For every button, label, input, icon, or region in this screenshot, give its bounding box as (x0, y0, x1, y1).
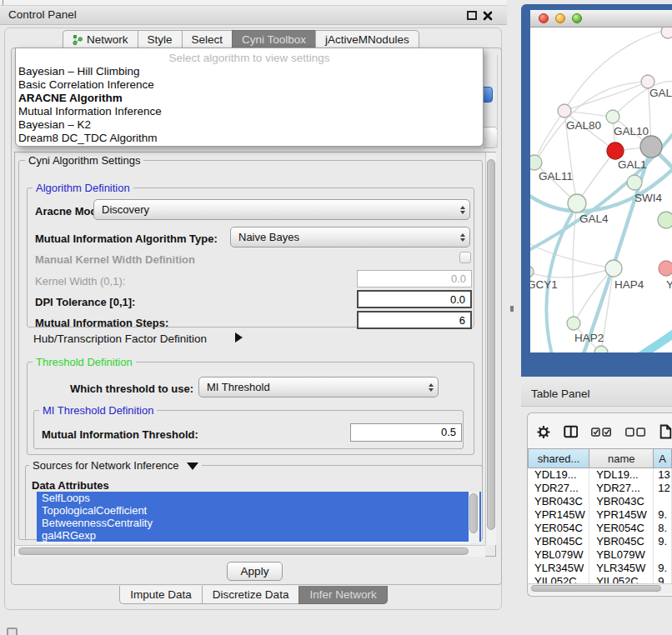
tab-discretize-data[interactable]: Discretize Data (202, 586, 299, 604)
network-node[interactable] (640, 136, 662, 158)
column-header-3[interactable]: A (654, 448, 672, 468)
mi-algorithm-type-combobox[interactable]: Naive Bayes (230, 227, 470, 248)
table-cell: YBR043C (589, 495, 654, 508)
mi-threshold-field[interactable]: 0.5 (350, 423, 462, 442)
network-window-titlebar[interactable] (530, 10, 672, 28)
network-node[interactable] (568, 194, 586, 212)
table-cell: YDL19... (528, 468, 589, 482)
combo-stepper-icon (455, 228, 469, 247)
columns-icon[interactable] (564, 424, 578, 439)
close-panel-icon[interactable] (483, 11, 493, 20)
dpi-tolerance-field[interactable]: 0.0 (357, 290, 472, 308)
table-row[interactable]: YBR045CYBR045C9. (528, 535, 672, 548)
collapse-arrow-icon[interactable] (187, 462, 198, 470)
mi-steps-field[interactable]: 6 (357, 311, 472, 329)
unchecked-boxes-icon[interactable] (625, 427, 646, 438)
checked-boxes-icon[interactable] (591, 427, 612, 438)
data-attributes-list[interactable]: SelfLoopsTopologicalCoefficientBetweenne… (37, 492, 481, 543)
close-window-icon[interactable] (539, 13, 549, 23)
settings-vertical-scrollbar-thumb[interactable] (487, 159, 495, 530)
algorithm-option[interactable]: ARACNE Algorithm (16, 92, 483, 105)
network-node[interactable] (605, 260, 622, 277)
data-attribute-item[interactable]: TopologicalCoefficient (37, 504, 481, 517)
settings-vertical-scrollbar[interactable] (485, 152, 496, 545)
table-cell: YBR045C (528, 535, 589, 548)
mi-threshold-label: Mutual Information Threshold: (42, 428, 198, 441)
hub-definition-label: Hub/Transcription Factor Definition (33, 332, 207, 345)
tab-network[interactable]: Network (63, 30, 138, 48)
table-panel-title: Table Panel (531, 388, 590, 400)
table-row[interactable]: YDR27...YDR27...12 (528, 482, 672, 495)
node-label: Y (666, 278, 672, 291)
algorithm-option[interactable]: Dream8 DC_TDC Algorithm (16, 132, 483, 145)
which-threshold-label: Which threshold to use: (70, 382, 193, 395)
panel-divider-grip[interactable] (510, 306, 514, 312)
float-panel-icon[interactable] (467, 11, 477, 20)
table-row[interactable]: YPR145WYPR145W9. (528, 508, 672, 522)
network-node[interactable] (530, 155, 542, 170)
attribute-list-scrollbar-thumb[interactable] (469, 493, 478, 533)
algorithm-option[interactable]: Mutual Information Inference (16, 105, 483, 118)
tab-jactivemnodules[interactable]: jActiveMNodules (315, 30, 419, 48)
column-header-1[interactable]: shared... (528, 448, 589, 468)
tab-style[interactable]: Style (138, 30, 182, 48)
apply-button[interactable]: Apply (227, 562, 283, 581)
data-attribute-item[interactable]: BetweennessCentrality (37, 517, 481, 529)
network-node[interactable] (594, 346, 608, 352)
network-node[interactable] (627, 175, 642, 190)
control-panel-title: Control Panel (8, 8, 77, 21)
table-horizontal-scrollbar-thumb[interactable] (531, 585, 661, 592)
bottom-tab-bar: Impute DataDiscretize DataInfer Network (0, 586, 507, 604)
table-row[interactable]: YDL19...YDL19...13 (528, 468, 672, 482)
table-header-row: shared...nameA (528, 448, 672, 468)
minimize-window-icon[interactable] (555, 13, 565, 23)
gear-icon[interactable] (537, 424, 550, 440)
which-threshold-combobox[interactable]: MI Threshold (198, 377, 439, 398)
attribute-list-scrollbar[interactable] (469, 492, 479, 543)
table-cell: YPR145W (589, 508, 654, 522)
floating-palette-icon[interactable] (7, 628, 18, 635)
network-node[interactable] (661, 28, 672, 38)
data-attribute-item[interactable]: gal4RGexp (37, 529, 481, 542)
network-node[interactable] (658, 212, 672, 228)
data-attribute-item[interactable]: SelfLoops (37, 492, 481, 504)
table-row[interactable]: YER054CYER054C8. (528, 522, 672, 535)
network-node[interactable] (567, 317, 580, 330)
table-cell: YBL079W (528, 548, 589, 562)
network-node[interactable] (606, 110, 619, 123)
tab-impute-data[interactable]: Impute Data (119, 586, 202, 604)
network-canvas[interactable]: GALGAL80GAL10GAL1GAL11SWI4GAL4GCY1HAP4YH… (530, 28, 672, 352)
table-cell (654, 548, 672, 562)
settings-horizontal-scrollbar-thumb[interactable] (18, 548, 469, 555)
document-icon[interactable] (659, 422, 672, 441)
tab-infer-network[interactable]: Infer Network (298, 586, 387, 604)
table-cell: YDL19... (589, 468, 654, 482)
node-label: GAL4 (579, 212, 609, 225)
table-cell (654, 495, 672, 508)
table-body: YDL19...YDL19...13YDR27...YDR27...12YBR0… (528, 468, 672, 587)
algorithm-option[interactable]: Bayesian – Hill Climbing (16, 65, 483, 78)
column-header-2[interactable]: name (589, 448, 654, 468)
control-panel-tab-bar: NetworkStyleSelectCyni ToolboxjActiveMNo… (63, 30, 419, 48)
network-node[interactable] (558, 104, 571, 118)
which-threshold-value: MI Threshold (199, 381, 424, 393)
network-node[interactable] (607, 142, 624, 159)
algorithm-option[interactable]: Basic Correlation Inference (16, 78, 483, 92)
manual-kernel-width-checkbox[interactable] (459, 252, 471, 263)
tab-label: Select (192, 33, 223, 46)
settings-horizontal-scrollbar[interactable] (15, 545, 485, 557)
sources-group-title: Sources for Network Inference (29, 459, 202, 472)
table-row[interactable]: YBL079WYBL079W (528, 548, 672, 562)
tab-select[interactable]: Select (182, 30, 233, 48)
aracne-mode-combobox[interactable]: Discovery (93, 199, 470, 220)
algorithm-option[interactable]: Bayesian – K2 (16, 118, 483, 132)
table-row[interactable]: YLR345WYLR345W9. (528, 562, 672, 575)
tab-cyni-toolbox[interactable]: Cyni Toolbox (232, 30, 315, 48)
zoom-window-icon[interactable] (572, 13, 582, 23)
table-row[interactable]: YBR043CYBR043C (528, 495, 672, 508)
expand-arrow-icon[interactable] (235, 332, 243, 342)
node-label: HAP2 (574, 332, 604, 344)
node-label: GCY1 (530, 278, 558, 291)
network-node[interactable] (659, 261, 672, 276)
network-node[interactable] (530, 266, 534, 278)
